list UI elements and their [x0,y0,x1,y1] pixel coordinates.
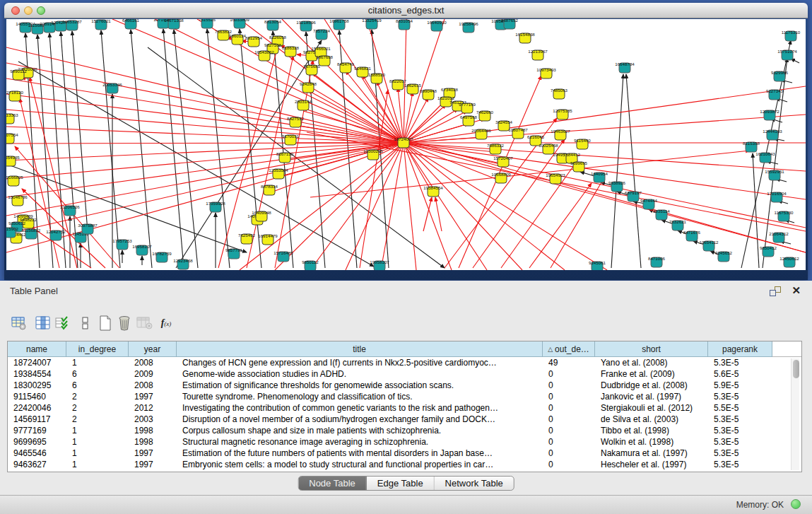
network-node[interactable]: 16210643 [755,151,775,163]
column-selector-icon[interactable] [34,314,52,332]
network-edge[interactable] [529,183,592,268]
network-node[interactable]: 16961758 [329,19,349,30]
network-node[interactable]: 19958107 [370,259,389,270]
tab-edge-table[interactable]: Edge Table [367,477,435,490]
column-header-short[interactable]: short [595,341,708,357]
tab-node-table[interactable]: Node Table [298,477,367,490]
network-node[interactable]: 9777169 [459,102,476,113]
table-row[interactable]: 1872400712008Changes of HCN gene express… [8,357,801,368]
network-node[interactable]: 8454749 [337,62,355,73]
network-node[interactable]: 2687652 [501,19,519,29]
network-edge[interactable] [501,160,577,268]
network-edge[interactable] [551,179,604,268]
network-node[interactable]: 16640910 [427,20,447,31]
network-node[interactable]: 19258496 [459,21,478,33]
table-row[interactable]: 946554611997Estimation of the future num… [8,448,801,459]
network-node[interactable]: 1588520 [368,72,386,83]
network-edge[interactable] [360,90,388,268]
network-node[interactable]: 17957253 [112,238,132,250]
network-node[interactable]: 13325419 [362,19,382,29]
select-rows-icon[interactable] [53,314,71,332]
network-node[interactable]: 11175310 [782,30,801,41]
network-node[interactable]: 2718120 [6,90,24,101]
citation-edge-from-hub[interactable] [6,94,404,143]
network-node[interactable]: 8215358 [743,141,760,152]
network-node[interactable]: 19654935 [6,155,20,166]
network-node[interactable]: 9242848 [300,81,317,93]
network-node[interactable]: 16154838 [515,32,535,43]
citation-edge-from-hub[interactable] [6,127,404,143]
network-node[interactable]: 15276021 [91,19,111,30]
network-node[interactable]: 8990448 [420,88,437,100]
network-node[interactable]: 6466161 [122,19,140,29]
delete-table-icon[interactable] [115,314,134,332]
network-node[interactable]: 19463627 [551,129,570,140]
network-node[interactable]: 9245061 [589,260,606,270]
network-node[interactable]: 16958107 [132,244,152,255]
network-node[interactable]: 8186328 [282,45,300,57]
network-node[interactable]: 8267130 [276,151,294,163]
network-node[interactable]: 7462660 [476,110,494,121]
network-node[interactable]: 12213363 [6,112,18,124]
tab-network-table[interactable]: Network Table [435,477,514,490]
citation-edge-from-hub[interactable] [404,143,806,252]
network-node[interactable]: 9115460 [574,138,591,149]
column-header-year[interactable]: year [129,341,177,357]
network-node[interactable]: 10973493 [536,67,556,78]
network-node[interactable]: 12213967 [528,49,548,60]
citation-edge-from-hub[interactable] [346,143,404,270]
network-node[interactable]: 16033809 [230,19,249,28]
citation-edge-from-hub[interactable] [312,73,404,143]
network-node[interactable]: 18107554 [6,132,18,144]
citation-edge-from-hub[interactable] [6,143,404,179]
network-node[interactable]: 15046786 [8,194,28,206]
table-row[interactable]: 911546021997Tourette syndrome. Phenomeno… [8,391,801,402]
table-row[interactable]: 969969511998Structural magnetic resonanc… [8,436,801,448]
network-node[interactable]: 9850112 [302,259,319,270]
network-node[interactable]: 19384554 [423,185,443,197]
citation-edge-from-hub[interactable] [404,137,481,143]
column-header-name[interactable]: name [8,341,66,357]
table-scrollbar[interactable] [791,358,799,470]
row-height-icon[interactable] [76,314,95,332]
network-node[interactable]: 9245652 [715,250,733,262]
network-node[interactable]: 15751074 [777,49,797,60]
table-row[interactable]: 1830029562008Estimation of significance … [8,380,801,391]
network-canvas[interactable]: 1405572411156819208914061204275710653287… [6,19,806,270]
network-node[interactable]: 7632621 [669,219,687,230]
network-window-titlebar[interactable]: citations_edges.txt [4,3,808,18]
network-node[interactable]: 21206526 [60,204,80,216]
network-edge[interactable] [611,74,623,268]
table-row[interactable]: 1938455462009Genome-wide association stu… [8,368,801,380]
network-node[interactable]: 21064312 [769,231,789,243]
network-edge[interactable] [20,98,59,268]
column-header-out_de[interactable]: △out_de… [543,341,595,357]
network-node[interactable]: 2867608 [316,54,334,66]
citation-edge-from-hub[interactable] [404,143,806,228]
network-node[interactable]: 8471006 [648,256,666,267]
table-row[interactable]: 2242004622012Investigating the contribut… [8,402,801,414]
network-node[interactable]: 1862615 [404,83,422,94]
function-builder-icon[interactable]: f(x) [157,314,175,332]
network-node[interactable]: 12444193 [763,129,782,140]
citation-edge-from-hub[interactable] [404,143,495,152]
network-node[interactable]: 12450612 [779,256,799,267]
network-edge[interactable] [101,30,120,268]
network-node[interactable]: 8831054 [396,19,413,30]
network-node[interactable]: 8912954 [245,35,263,47]
table-row[interactable]: 1456911722003Disruption of a novel membe… [8,414,801,425]
network-node[interactable]: 9227343 [766,88,784,100]
network-node[interactable]: 17359928 [206,201,225,212]
network-edge[interactable] [174,30,198,268]
network-node[interactable]: 2935114 [653,209,670,220]
column-header-in_degree[interactable]: in_degree [66,341,129,357]
citation-edge-from-hub[interactable] [6,110,404,143]
network-node[interactable]: 8471676 [683,230,701,241]
network-node[interactable]: 9857791 [225,247,243,259]
network-node[interactable]: 16782759 [152,251,172,262]
network-node[interactable]: 9474444 [640,198,658,209]
new-table-icon[interactable] [96,314,114,332]
network-node[interactable]: 15592951 [765,169,784,180]
network-node[interactable]: 10807487 [508,127,528,139]
close-panel-icon[interactable]: ✕ [792,284,801,297]
